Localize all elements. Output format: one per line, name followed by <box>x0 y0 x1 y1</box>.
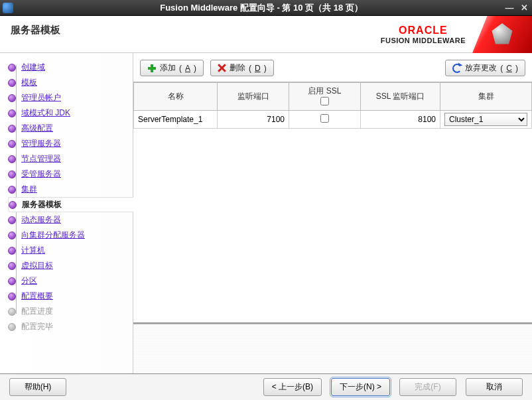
step-admin-server[interactable]: 管理服务器 <box>8 136 129 151</box>
step-bullet-icon <box>8 277 16 285</box>
window-title: Fusion Middleware 配置向导 - 第 10 页（共 18 页） <box>19 2 504 14</box>
enable-ssl-checkbox[interactable] <box>320 114 329 123</box>
app-icon <box>3 3 13 13</box>
undo-icon <box>452 64 462 73</box>
brand-logo: ORACLE FUSION MIDDLEWARE <box>381 16 532 53</box>
step-bullet-icon <box>8 155 16 163</box>
step-config-complete: 配置完毕 <box>8 319 129 334</box>
cell-name[interactable]: ServerTemplate_1 <box>134 111 218 129</box>
add-button-label: 添加 <box>160 62 176 74</box>
step-bullet-icon <box>8 216 16 224</box>
step-node-manager[interactable]: 节点管理器 <box>8 151 129 167</box>
step-bullet-icon <box>9 201 17 209</box>
discard-button-label: 放弃更改 <box>465 62 497 74</box>
toolbar: 添加(A) 删除(D) 放弃更改(C) <box>133 53 532 82</box>
step-config-progress: 配置进度 <box>8 304 129 319</box>
step-domain-mode-jdk[interactable]: 域模式和 JDK <box>8 105 129 121</box>
x-icon <box>218 64 226 72</box>
step-bullet-icon <box>8 79 16 87</box>
table-header-row: 名称 监听端口 启用 SSL SSL 监听端口 集群 <box>134 83 532 111</box>
next-button[interactable]: 下一步(N) > <box>331 378 390 396</box>
cancel-button[interactable]: 取消 <box>466 378 523 396</box>
window-titlebar: Fusion Middleware 配置向导 - 第 10 页（共 18 页） … <box>0 0 532 16</box>
step-bullet-icon <box>8 64 16 72</box>
wizard-header: 服务器模板 ORACLE FUSION MIDDLEWARE <box>0 16 532 53</box>
step-machines[interactable]: 计算机 <box>8 243 129 258</box>
step-server-templates[interactable]: 服务器模板 <box>8 197 133 212</box>
table-row[interactable]: ServerTemplate_1 7100 8100 Cluster_1 <box>134 111 532 129</box>
main-panel: 添加(A) 删除(D) 放弃更改(C) 名称 监听端口 <box>133 53 532 373</box>
col-name: 名称 <box>134 83 218 111</box>
step-bullet-icon <box>8 140 16 148</box>
close-icon[interactable]: ✕ <box>519 3 529 13</box>
brand-bottom: FUSION MIDDLEWARE <box>381 36 466 44</box>
step-templates[interactable]: 模板 <box>8 75 129 90</box>
col-enable-ssl: 启用 SSL <box>289 83 361 111</box>
col-listen-port: 监听端口 <box>218 83 289 111</box>
step-dynamic-servers[interactable]: 动态服务器 <box>8 212 129 228</box>
page-title: 服务器模板 <box>11 21 60 36</box>
step-assign-servers-to-clusters[interactable]: 向集群分配服务器 <box>8 228 129 243</box>
finish-button: 完成(F) <box>399 378 456 396</box>
cell-cluster[interactable]: Cluster_1 <box>440 111 532 129</box>
wizard-steps: 创建域 模板 管理员帐户 域模式和 JDK 高级配置 管理服务器 <box>0 53 133 373</box>
step-virtual-targets[interactable]: 虚拟目标 <box>8 258 129 273</box>
step-bullet-icon <box>8 170 16 178</box>
minimize-icon[interactable]: — <box>504 3 515 13</box>
col-cluster: 集群 <box>440 83 532 111</box>
step-clusters[interactable]: 集群 <box>8 182 129 197</box>
delete-button[interactable]: 删除(D) <box>210 60 274 76</box>
help-button[interactable]: 帮助(H) <box>9 378 66 396</box>
step-bullet-icon <box>8 323 16 331</box>
server-template-table: 名称 监听端口 启用 SSL SSL 监听端口 集群 Server <box>133 82 532 324</box>
step-managed-servers[interactable]: 受管服务器 <box>8 167 129 182</box>
step-bullet-icon <box>8 125 16 133</box>
step-partitions[interactable]: 分区 <box>8 273 129 289</box>
col-ssl-listen-port: SSL 监听端口 <box>361 83 440 111</box>
step-create-domain[interactable]: 创建域 <box>8 60 129 75</box>
step-advanced-config[interactable]: 高级配置 <box>8 121 129 136</box>
brand-wedge <box>472 16 532 53</box>
step-bullet-icon <box>8 186 16 194</box>
enable-ssl-header-checkbox[interactable] <box>320 97 329 105</box>
add-button[interactable]: 添加(A) <box>140 60 204 76</box>
step-bullet-icon <box>8 94 16 102</box>
step-bullet-icon <box>8 232 16 239</box>
step-bullet-icon <box>8 262 16 270</box>
brand-gem-icon <box>490 23 514 46</box>
wizard-footer: 帮助(H) < 上一步(B) 下一步(N) > 完成(F) 取消 <box>0 373 532 400</box>
step-config-summary[interactable]: 配置概要 <box>8 289 129 304</box>
step-bullet-icon <box>8 293 16 300</box>
step-admin-account[interactable]: 管理员帐户 <box>8 90 129 105</box>
back-button[interactable]: < 上一步(B) <box>263 378 322 396</box>
delete-button-label: 删除 <box>230 62 245 74</box>
cell-listen-port[interactable]: 7100 <box>218 111 289 129</box>
step-bullet-icon <box>8 109 16 117</box>
brand-top: ORACLE <box>381 25 466 36</box>
cluster-select[interactable]: Cluster_1 <box>444 113 527 126</box>
step-bullet-icon <box>8 247 16 255</box>
cell-ssl-listen-port[interactable]: 8100 <box>361 111 440 129</box>
discard-changes-button[interactable]: 放弃更改(C) <box>445 60 525 76</box>
resize-gutter[interactable] <box>133 324 532 373</box>
cell-enable-ssl[interactable] <box>289 111 361 129</box>
plus-icon <box>147 64 157 73</box>
step-bullet-icon <box>8 308 16 316</box>
